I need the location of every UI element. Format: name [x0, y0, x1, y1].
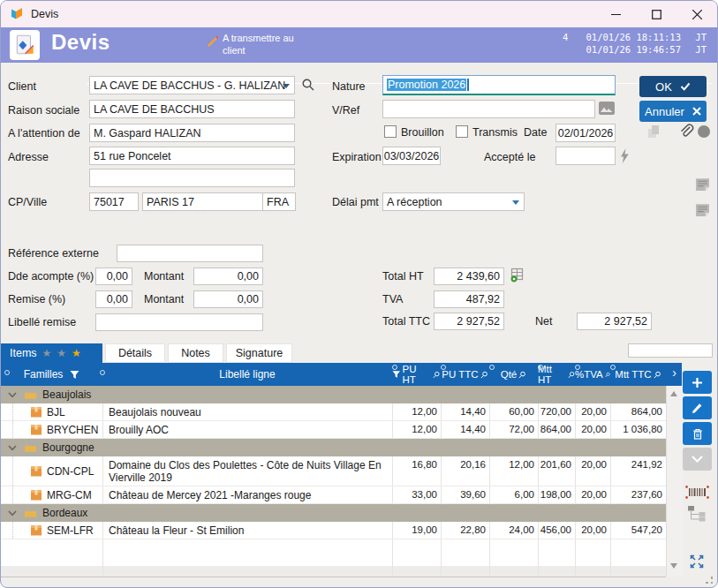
filter-icon[interactable]: [392, 370, 401, 379]
item-code-cell: CDN-CPL: [1, 456, 102, 486]
cp-field[interactable]: 75017: [89, 192, 139, 211]
item-row[interactable]: SEM-LFRChâteau la Fleur - St Emilion19,0…: [1, 522, 666, 539]
expand-icon[interactable]: [689, 554, 705, 569]
pays-field[interactable]: FRA: [262, 192, 296, 211]
group-row[interactable]: Bourgogne: [1, 439, 666, 456]
note-icon[interactable]: [695, 177, 710, 192]
item-row[interactable]: BJLBeaujolais nouveau12,0014,4060,00720,…: [1, 403, 666, 421]
empty-row: [1, 557, 666, 566]
item-code: BRYCHEN: [47, 424, 98, 436]
vref-field[interactable]: [382, 100, 595, 118]
folder-icon: [24, 508, 37, 518]
edit-line-button[interactable]: [683, 396, 712, 419]
tab-signature[interactable]: Signature: [226, 343, 292, 363]
ville-field[interactable]: PARIS 17: [142, 192, 263, 211]
chevron-down-icon[interactable]: [8, 445, 17, 451]
tab-notes[interactable]: Notes: [168, 343, 223, 363]
attention-label: A l'attention de: [8, 127, 80, 139]
item-row[interactable]: BRYCHENBrouilly AOC12,0014,4072,00864,00…: [1, 421, 666, 439]
reference-externe-label: Référence externe: [8, 247, 99, 260]
chevron-down-icon[interactable]: [283, 84, 290, 88]
paperclip-icon[interactable]: [677, 123, 694, 139]
tab-items[interactable]: Items ★ ★ ★: [1, 343, 102, 363]
net-field: 2 927,52: [577, 313, 652, 330]
ok-button[interactable]: OK: [639, 76, 707, 97]
maximize-button[interactable]: [636, 1, 676, 27]
search-icon[interactable]: [301, 78, 315, 92]
reference-externe-field[interactable]: [117, 245, 263, 262]
resize-grip[interactable]: [706, 577, 714, 584]
status-dot-icon[interactable]: [698, 125, 710, 138]
chevron-down-icon[interactable]: [8, 392, 17, 398]
date-field[interactable]: 02/01/2026: [556, 124, 616, 142]
folder-icon: [24, 389, 37, 400]
modified-user: JT: [695, 43, 707, 56]
item-value: 14,40: [441, 421, 489, 438]
column-header[interactable]: Qté: [489, 363, 538, 386]
raison-sociale-field[interactable]: LA CAVE DE BACCHUS: [89, 100, 295, 118]
delete-line-button[interactable]: [683, 422, 712, 445]
expiration-field[interactable]: 03/03/2026: [382, 147, 441, 165]
column-header[interactable]: Mtt TTC: [610, 363, 666, 386]
group-name: Bourgogne: [42, 441, 94, 454]
minimize-button[interactable]: [595, 1, 636, 27]
hierarchy-icon[interactable]: [687, 505, 707, 522]
column-header[interactable]: %TVA: [575, 363, 610, 386]
scroll-down-icon[interactable]: [670, 563, 677, 569]
barcode-icon[interactable]: [685, 486, 709, 499]
item-value: 20,16: [441, 456, 489, 486]
filter-icon[interactable]: [70, 370, 79, 380]
chevron-down-icon[interactable]: [512, 200, 519, 205]
item-value: 72,00: [489, 421, 538, 438]
remise-pct-field[interactable]: 0,00: [95, 290, 132, 308]
group-row[interactable]: Beaujolais: [1, 386, 666, 403]
add-line-button[interactable]: [683, 371, 712, 394]
move-down-button[interactable]: [683, 448, 712, 471]
item-value: 20,00: [575, 522, 610, 539]
close-button[interactable]: [676, 1, 717, 27]
lightning-icon[interactable]: [620, 148, 630, 163]
item-value: 24,00: [489, 522, 538, 539]
footer-field[interactable]: [628, 343, 713, 358]
text-caret: [467, 79, 469, 91]
chevron-down-icon[interactable]: [8, 510, 17, 516]
client-label: Client: [8, 80, 36, 93]
adresse-field-2[interactable]: [89, 169, 295, 187]
item-value: 6,00: [489, 486, 538, 503]
group-row[interactable]: Bordeaux: [1, 504, 666, 522]
item-value: 1 036,80: [610, 421, 666, 438]
column-header[interactable]: Mtt HT: [538, 363, 575, 386]
dde-acompte-montant-field[interactable]: 0,00: [193, 268, 263, 285]
vertical-scrollbar[interactable]: [666, 386, 683, 577]
tva-field: 487,92: [434, 290, 504, 308]
scroll-up-icon[interactable]: [670, 391, 677, 396]
note-icon[interactable]: [695, 202, 710, 217]
delai-pmt-combobox[interactable]: A réception: [382, 192, 525, 211]
duplicate-icon: [645, 124, 662, 139]
ledger-icon[interactable]: [510, 268, 525, 283]
accepte-le-field[interactable]: [556, 147, 616, 165]
search-icon: [654, 371, 661, 379]
dde-acompte-label: Dde acompte (%): [8, 270, 94, 283]
selected-text: Promotion 2026: [387, 79, 466, 91]
dde-acompte-pct-field[interactable]: 0,00: [95, 268, 132, 285]
image-icon[interactable]: [599, 102, 615, 115]
tab-details[interactable]: Détails: [105, 343, 165, 363]
column-header-libelle[interactable]: Libellé ligne: [102, 368, 392, 381]
header-more-icon[interactable]: ›: [672, 366, 676, 380]
transmis-checkbox[interactable]: [456, 125, 468, 138]
item-row[interactable]: CDN-CPLDomaine du Clos des Poulettes - C…: [1, 456, 666, 486]
attention-field[interactable]: M. Gaspard HALIZAN: [89, 124, 295, 142]
brouillon-checkbox[interactable]: [384, 125, 397, 138]
libelle-remise-field[interactable]: [95, 313, 263, 331]
column-header-familles[interactable]: Familles: [1, 368, 102, 381]
adresse-field-1[interactable]: 51 rue Poncelet: [89, 147, 295, 165]
item-value: 12,00: [392, 421, 441, 438]
annuler-button[interactable]: Annuler: [639, 101, 707, 122]
remise-montant-field[interactable]: 0,00: [193, 290, 263, 308]
column-header[interactable]: PU TTC: [441, 363, 489, 386]
column-header[interactable]: PU HT: [392, 363, 441, 386]
client-combobox[interactable]: LA CAVE DE BACCHUS - G. HALIZAN: [89, 76, 295, 94]
item-row[interactable]: MRG-CMChâteau de Mercey 2021 -Maranges r…: [1, 486, 666, 504]
nature-field[interactable]: Promotion 2026: [382, 75, 616, 95]
